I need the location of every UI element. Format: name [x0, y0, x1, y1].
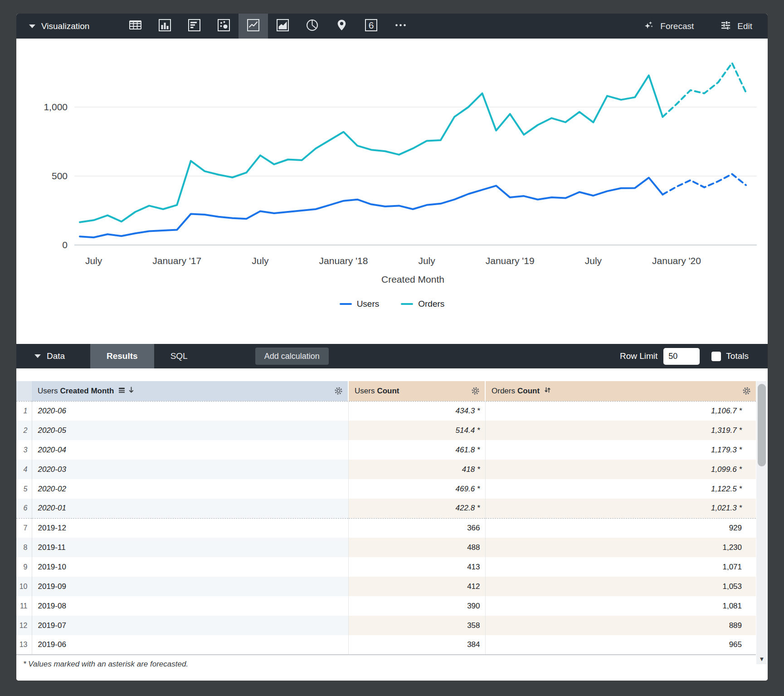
viz-type-single-value-button[interactable]: 6 [356, 14, 386, 39]
results-table: Users Created Month Users Count [16, 381, 756, 655]
subtotal-icon [118, 386, 126, 396]
edit-button[interactable]: Edit [720, 20, 752, 33]
column-header-orders-count[interactable]: Orders Count [485, 381, 756, 401]
cell-orders-count[interactable]: 1,071 [485, 557, 756, 577]
cell-created-month[interactable]: 2020-06 [32, 401, 348, 421]
collapse-caret-icon [29, 25, 35, 28]
visualization-toolbar: Visualization 6 Forecast Edit [16, 14, 768, 39]
cell-users-count[interactable]: 412 [348, 577, 485, 596]
cell-orders-count[interactable]: 889 [485, 616, 756, 635]
explore-window: Visualization 6 Forecast Edit 05001,000J… [16, 14, 768, 681]
gear-icon[interactable] [334, 386, 343, 396]
forecast-button[interactable]: Forecast [643, 20, 694, 33]
cell-created-month[interactable]: 2020-01 [32, 499, 348, 518]
viz-type-pie-chart-button[interactable] [297, 14, 327, 39]
cell-created-month[interactable]: 2020-02 [32, 479, 348, 499]
cell-users-count[interactable]: 461.8 * [348, 440, 485, 460]
cell-orders-count[interactable]: 1,021.3 * [485, 499, 756, 518]
cell-created-month[interactable]: 2019-07 [32, 616, 348, 635]
tab-results[interactable]: Results [90, 344, 154, 368]
viz-type-scatter-button[interactable] [209, 14, 239, 39]
row-number: 13 [16, 635, 32, 655]
cell-created-month[interactable]: 2019-09 [32, 577, 348, 596]
viz-type-bar-chart-button[interactable] [180, 14, 209, 39]
sparkle-icon [643, 20, 654, 33]
chart-area: 05001,000JulyJanuary '17JulyJanuary '18J… [16, 39, 768, 344]
table-row: 122019-07358889 [16, 616, 756, 635]
gear-icon[interactable] [742, 386, 751, 396]
table-row: 92019-104131,071 [16, 557, 756, 577]
legend-swatch [340, 303, 352, 305]
orders-forecast-line[interactable] [662, 63, 746, 117]
cell-users-count[interactable]: 413 [348, 557, 485, 577]
svg-text:6: 6 [369, 20, 374, 30]
scrollbar-thumb[interactable] [758, 384, 766, 466]
totals-checkbox[interactable] [711, 352, 721, 361]
cell-created-month[interactable]: 2019-06 [32, 635, 348, 655]
row-number: 7 [16, 518, 32, 538]
orders-series-line[interactable] [80, 75, 662, 222]
cell-created-month[interactable]: 2020-05 [32, 421, 348, 440]
visualization-title: Visualization [41, 21, 89, 31]
cell-users-count[interactable]: 366 [348, 518, 485, 538]
tab-sql[interactable]: SQL [154, 344, 204, 368]
column-group-label: Users [355, 387, 375, 396]
data-section-toggle[interactable]: Data [16, 351, 90, 361]
cell-users-count[interactable]: 384 [348, 635, 485, 655]
viz-type-table-button[interactable] [121, 14, 150, 39]
column-field-label: Count [517, 387, 540, 396]
viz-type-area-chart-button[interactable] [268, 14, 297, 39]
scatter-icon [216, 17, 232, 35]
row-number: 6 [16, 499, 32, 518]
visualization-section-toggle[interactable]: Visualization [16, 21, 121, 31]
table-row: 22020-05514.4 *1,319.7 * [16, 421, 756, 440]
cell-orders-count[interactable]: 1,081 [485, 596, 756, 616]
cell-orders-count[interactable]: 965 [485, 635, 756, 655]
cell-users-count[interactable]: 434.3 * [348, 401, 485, 421]
bar-chart-icon [186, 17, 202, 35]
column-header-users-created-month[interactable]: Users Created Month [32, 381, 348, 401]
cell-users-count[interactable]: 514.4 * [348, 421, 485, 440]
cell-orders-count[interactable]: 1,230 [485, 538, 756, 557]
viz-type-map-button[interactable] [327, 14, 356, 39]
cell-users-count[interactable]: 418 * [348, 460, 485, 479]
cell-orders-count[interactable]: 929 [485, 518, 756, 538]
add-calculation-button[interactable]: Add calculation [255, 348, 329, 365]
area-chart-icon [275, 17, 291, 35]
cell-created-month[interactable]: 2020-04 [32, 440, 348, 460]
pie-chart-icon [304, 17, 320, 35]
x-axis-label: January '17 [152, 255, 201, 266]
results-table-section: Users Created Month Users Count [16, 368, 768, 681]
row-number-header [16, 381, 32, 401]
x-axis-label: July [252, 255, 269, 266]
gear-icon[interactable] [471, 386, 480, 396]
table-scrollbar[interactable]: ▼ [756, 381, 767, 664]
viz-type-line-chart-button[interactable] [239, 14, 268, 39]
scroll-down-arrow-icon[interactable]: ▼ [756, 656, 767, 662]
viz-type-column-chart-button[interactable] [150, 14, 180, 39]
viz-type-more-options-button[interactable] [386, 14, 415, 39]
cell-users-count[interactable]: 422.8 * [348, 499, 485, 518]
cell-created-month[interactable]: 2019-11 [32, 538, 348, 557]
users-forecast-line[interactable] [662, 174, 746, 195]
cell-orders-count[interactable]: 1,053 [485, 577, 756, 596]
cell-orders-count[interactable]: 1,099.6 * [485, 460, 756, 479]
cell-users-count[interactable]: 358 [348, 616, 485, 635]
cell-created-month[interactable]: 2019-10 [32, 557, 348, 577]
row-number: 8 [16, 538, 32, 557]
cell-created-month[interactable]: 2019-08 [32, 596, 348, 616]
cell-created-month[interactable]: 2020-03 [32, 460, 348, 479]
line-chart-icon [245, 17, 261, 35]
cell-users-count[interactable]: 488 [348, 538, 485, 557]
table-row: 62020-01422.8 *1,021.3 * [16, 499, 756, 518]
row-limit-input[interactable] [663, 348, 700, 365]
cell-orders-count[interactable]: 1,319.7 * [485, 421, 756, 440]
cell-orders-count[interactable]: 1,122.5 * [485, 479, 756, 499]
cell-users-count[interactable]: 390 [348, 596, 485, 616]
column-header-users-count[interactable]: Users Count [348, 381, 485, 401]
cell-orders-count[interactable]: 1,179.3 * [485, 440, 756, 460]
cell-orders-count[interactable]: 1,106.7 * [485, 401, 756, 421]
row-number: 10 [16, 577, 32, 596]
cell-users-count[interactable]: 469.6 * [348, 479, 485, 499]
cell-created-month[interactable]: 2019-12 [32, 518, 348, 538]
